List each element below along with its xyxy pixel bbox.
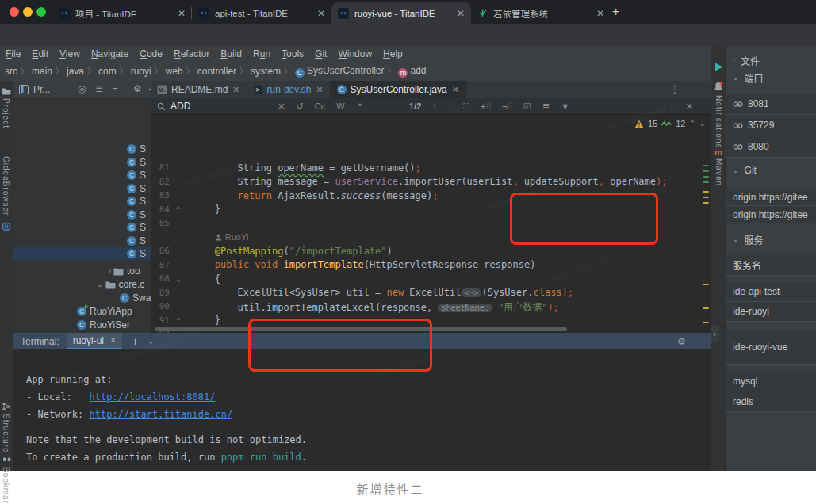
code-line[interactable]: 86@PostMapping("/importTemplate") (151, 244, 711, 258)
close-tab-icon[interactable]: ✕ (317, 8, 325, 19)
prev-inspection-icon[interactable]: ⌃ (690, 120, 696, 128)
terminal-settings-gear-icon[interactable]: ⚙ (677, 336, 686, 347)
browser-tab[interactable]: 若依管理系统✕ (471, 2, 611, 24)
tree-row[interactable]: CS (13, 221, 151, 234)
preserve-case-icon[interactable]: ☑ (523, 101, 531, 112)
titanide-logo-icon[interactable] (714, 62, 724, 72)
new-tab-button[interactable]: + (612, 5, 619, 19)
collapse-all-icon[interactable]: ÷ (113, 83, 118, 94)
menu-item-run[interactable]: Run (247, 48, 276, 59)
breadcrumb-item[interactable]: main (32, 66, 52, 77)
window-zoom-button[interactable] (36, 7, 46, 17)
menu-item-view[interactable]: View (54, 48, 86, 59)
new-terminal-icon[interactable]: + (132, 335, 138, 348)
chevron-down-icon[interactable]: ⌄ (97, 281, 103, 288)
close-editor-tab-icon[interactable]: ✕ (452, 85, 459, 95)
port-row[interactable]: 8081 (725, 94, 816, 115)
words-toggle[interactable]: W (336, 101, 344, 111)
terminal-link[interactable]: http://start.titanide.cn/ (89, 409, 232, 420)
menu-item-edit[interactable]: Edit (26, 48, 54, 59)
tree-row[interactable]: ›too (13, 265, 151, 277)
tree-row[interactable]: CS (13, 156, 151, 169)
stripe-label-notifications[interactable]: Notifications (714, 95, 723, 148)
close-search-icon[interactable]: ✕ (686, 101, 693, 112)
service-row[interactable]: ide-ruoyi-vue (725, 330, 816, 365)
search-history-icon[interactable]: ↺ (297, 101, 304, 112)
menu-item-refactor[interactable]: Refactor (168, 48, 215, 59)
breadcrumb-item[interactable]: web (166, 66, 183, 77)
code-line[interactable]: 82String message = userService.importUse… (151, 175, 711, 189)
menu-item-file[interactable]: File (0, 48, 26, 59)
gideabrowser-globe-icon[interactable] (2, 222, 11, 231)
menu-item-tools[interactable]: Tools (276, 48, 309, 59)
add-selection-icon[interactable]: +⌷ (481, 101, 491, 112)
search-query[interactable]: ADD (170, 101, 190, 112)
menu-item-navigate[interactable]: Navigate (86, 48, 134, 59)
filter-funnel-icon[interactable]: ▼ (561, 101, 569, 111)
port-row[interactable]: 8080 (725, 136, 816, 158)
tree-row[interactable]: CS (13, 247, 151, 260)
breadcrumb-item[interactable]: java (67, 66, 84, 77)
close-terminal-tab-icon[interactable]: ✕ (109, 335, 117, 346)
stripe-label-structure[interactable]: Structure (2, 414, 10, 453)
sidebar-collapse-handle[interactable]: › (711, 325, 719, 342)
terminal-link[interactable]: http://localhost:8081/ (89, 391, 215, 403)
tree-row[interactable]: CS (13, 208, 151, 221)
tree-row[interactable]: CS (13, 143, 151, 155)
maven-icon[interactable]: m (714, 147, 722, 157)
breadcrumb-item[interactable]: system (251, 66, 281, 77)
breadcrumb-item[interactable]: controller (197, 66, 236, 77)
next-match-icon[interactable]: ↓ (448, 101, 453, 111)
clear-search-icon[interactable]: ✕ (278, 101, 285, 112)
stripe-label-gideabrowser[interactable]: GideaBrowser (2, 156, 10, 216)
editor-tab-options-icon[interactable]: ⋮ (670, 84, 680, 95)
services-header-row[interactable]: 服务名 (725, 255, 816, 276)
close-tab-icon[interactable]: ✕ (178, 8, 186, 19)
tree-row[interactable]: CSwa (13, 292, 151, 304)
close-editor-tab-icon[interactable]: ✕ (232, 85, 239, 95)
tree-row[interactable]: CRuoYiApp (13, 305, 151, 318)
sidebar-section-git[interactable]: ⌄Git (725, 162, 816, 178)
tree-row[interactable]: CS (13, 169, 151, 181)
tree-row[interactable]: CS (13, 195, 151, 208)
sidebar-section-ports[interactable]: ⌄端口 (725, 70, 816, 86)
gear-icon[interactable]: ⚙ (133, 83, 142, 94)
breadcrumb-item[interactable]: src (5, 66, 17, 77)
editor-tab[interactable]: M↓README.md✕ (151, 81, 247, 98)
window-close-button[interactable] (10, 7, 19, 17)
breadcrumb-item[interactable]: ruoyi (131, 66, 151, 77)
fold-marker[interactable]: ⌃ (170, 205, 187, 214)
hide-terminal-icon[interactable]: ─ (696, 336, 703, 347)
code-line[interactable]: 87public void importTemplate(HttpServlet… (151, 258, 711, 273)
git-remote-row[interactable]: origin https://gitee (725, 206, 816, 223)
browser-tab[interactable]: ‹›项目 - TitanIDE✕ (52, 2, 192, 24)
fold-marker[interactable]: ⌃ (170, 316, 187, 325)
service-row[interactable]: ide-ruoyi (725, 302, 816, 322)
search-icon[interactable] (157, 102, 166, 111)
stripe-label-bookmarks[interactable]: Bookmarks (2, 467, 10, 504)
close-editor-tab-icon[interactable]: ✕ (316, 85, 323, 95)
notifications-bell-icon[interactable] (714, 82, 723, 92)
project-folder-icon[interactable] (2, 87, 11, 95)
tree-row[interactable]: CS (13, 235, 151, 247)
exclude-selection-icon[interactable]: ¬⌷ (502, 101, 512, 112)
stripe-label-project[interactable]: Project (2, 98, 10, 128)
breadcrumb-method-item[interactable]: madd (398, 65, 426, 78)
regex-toggle[interactable]: .* (356, 101, 362, 111)
sidebar-section-files[interactable]: ›文件 (725, 52, 816, 68)
service-row[interactable]: ide-api-test (725, 282, 816, 302)
bookmarks-icon[interactable]: ∎∎ (2, 455, 11, 463)
structure-icon[interactable] (2, 402, 11, 411)
menu-item-code[interactable]: Code (134, 48, 168, 59)
prev-match-icon[interactable]: ↑ (432, 101, 437, 111)
sidebar-section-services[interactable]: ⌄服务 (725, 231, 816, 247)
fold-marker[interactable]: ⌄ (170, 274, 187, 283)
menu-item-build[interactable]: Build (215, 48, 247, 59)
menu-item-help[interactable]: Help (377, 48, 408, 59)
breadcrumb-class-item[interactable]: CSysUserController (295, 65, 384, 78)
select-all-occurrences-icon[interactable]: ⛶ (463, 101, 469, 112)
close-tab-icon[interactable]: ✕ (457, 8, 465, 19)
service-row[interactable]: redis (725, 391, 816, 412)
next-inspection-icon[interactable]: ⌄ (699, 120, 706, 128)
code-line[interactable]: 90util.importTemplateExcel(response, she… (151, 300, 711, 314)
